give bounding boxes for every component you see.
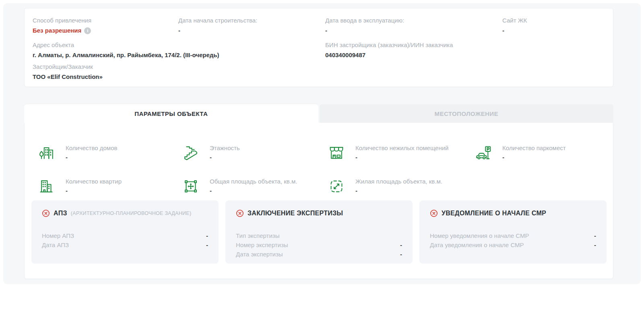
param-label: Количество квартир <box>66 178 122 186</box>
field-label: Сайт ЖК <box>502 17 527 25</box>
status-missing-icon <box>430 209 438 217</box>
doc-row-value: - <box>594 240 596 250</box>
doc-card-title: АПЗ <box>54 210 67 217</box>
attraction-method-value: Без разрешения <box>33 27 81 35</box>
param-value: - <box>355 154 448 161</box>
param-item-parking-count: Количество паркомест - <box>474 144 566 162</box>
param-label: Количество домов <box>66 144 117 152</box>
field-construction-start-date: Дата начала строительства: - <box>178 17 257 35</box>
doc-row-value: - <box>400 240 402 250</box>
doc-row: Номер экспертизы - <box>236 240 402 250</box>
info-icon[interactable]: i <box>84 27 91 34</box>
stairs-icon <box>182 144 200 162</box>
tab-label: МЕСТОПОЛОЖЕНИЕ <box>435 110 498 117</box>
doc-row: Номер АПЗ - <box>42 231 208 240</box>
doc-card-smr-notice: УВЕДОМЛЕНИЕ О НАЧАЛЕ СМР Номер уведомлен… <box>419 200 607 264</box>
tab-bar: ПАРАМЕТРЫ ОБЪЕКТА МЕСТОПОЛОЖЕНИЕ <box>24 104 613 123</box>
developer-info-card: Способ привлечения Без разрешения i Дата… <box>24 8 613 87</box>
param-value: - <box>210 187 297 194</box>
doc-card-title: УВЕДОМЛЕНИЕ О НАЧАЛЕ СМР <box>442 210 546 217</box>
param-item-living-area: Жилая площадь объекта, кв.м. - <box>327 177 442 196</box>
doc-row-label: Номер АПЗ <box>42 231 74 240</box>
field-developer-name: Застройщик/Заказчик ТОО «Elif Constructi… <box>33 63 103 81</box>
field-value: - <box>502 27 527 35</box>
field-attraction-method: Способ привлечения Без разрешения i <box>33 17 91 35</box>
field-label: Способ привлечения <box>33 17 91 25</box>
param-value: - <box>66 187 122 194</box>
doc-row-label: Номер уведомления о начале СМР <box>430 231 529 240</box>
parameters-panel: Количество домов - Этажность - <box>24 123 613 279</box>
doc-row-label: Дата экспертизы <box>236 250 283 259</box>
parking-icon <box>474 144 493 162</box>
tab-label: ПАРАМЕТРЫ ОБЪЕКТА <box>134 110 208 117</box>
field-label: Дата ввода в эксплуатацию: <box>325 17 404 25</box>
doc-row: Номер уведомления о начале СМР - <box>430 231 596 240</box>
doc-row: Дата АПЗ - <box>42 240 208 250</box>
tab-object-parameters[interactable]: ПАРАМЕТРЫ ОБЪЕКТА <box>24 104 318 123</box>
param-item-apartments-count: Количество квартир - <box>37 177 122 196</box>
doc-card-subtitle: (АРХИТЕКТУРНО-ПЛАНИРОВОЧНОЕ ЗАДАНИЕ) <box>71 211 192 216</box>
param-item-floors: Этажность - <box>182 144 240 162</box>
status-missing-icon <box>42 209 50 217</box>
field-object-address: Адрес объекта г. Алматы, р. Алмалинский,… <box>33 41 219 59</box>
doc-row-label: Тип экспертизы <box>236 231 279 240</box>
field-value: - <box>325 27 404 35</box>
param-value: - <box>210 154 240 161</box>
param-label: Этажность <box>210 144 240 152</box>
field-value: - <box>178 27 257 35</box>
doc-row-label: Дата уведомления о начале СМР <box>430 240 524 250</box>
param-label: Количество паркомест <box>502 144 566 152</box>
field-label: Дата начала строительства: <box>178 17 257 25</box>
param-item-nonresidential-count: Количество нежилых помещений - <box>327 144 448 162</box>
param-value: - <box>66 154 117 161</box>
field-developer-bin: БИН застройщика (заказчика)/ИИН заказчик… <box>325 41 453 59</box>
doc-card-title: ЗАКЛЮЧЕНИЕ ЭКСПЕРТИЗЫ <box>248 210 343 217</box>
doc-row: Дата экспертизы - <box>236 250 402 259</box>
param-item-houses-count: Количество домов - <box>37 144 117 162</box>
param-label: Общая площадь объекта, кв.м. <box>210 178 297 186</box>
document-cards-row: АПЗ (АРХИТЕКТУРНО-ПЛАНИРОВОЧНОЕ ЗАДАНИЕ)… <box>31 200 607 264</box>
area-icon <box>182 177 200 196</box>
doc-row-value: - <box>400 250 402 259</box>
field-commissioning-date: Дата ввода в эксплуатацию: - <box>325 17 404 35</box>
field-label: Застройщик/Заказчик <box>33 63 103 71</box>
field-value: 040340009487 <box>325 51 453 59</box>
param-label: Количество нежилых помещений <box>355 144 448 152</box>
doc-row-label: Дата АПЗ <box>42 240 69 250</box>
doc-row: Тип экспертизы <box>236 231 402 240</box>
doc-row-value: - <box>206 240 208 250</box>
doc-card-apz: АПЗ (АРХИТЕКТУРНО-ПЛАНИРОВОЧНОЕ ЗАДАНИЕ)… <box>31 200 219 264</box>
field-label: Адрес объекта <box>33 41 219 49</box>
object-tabs-section: ПАРАМЕТРЫ ОБЪЕКТА МЕСТОПОЛОЖЕНИЕ К <box>24 104 613 279</box>
living-area-icon <box>327 177 346 196</box>
param-label: Жилая площадь объекта, кв.м. <box>355 178 442 186</box>
doc-row-value: - <box>206 231 208 240</box>
doc-row-label: Номер экспертизы <box>236 240 288 250</box>
doc-row-value: - <box>594 231 596 240</box>
field-value: ТОО «Elif Construction» <box>33 73 103 81</box>
field-value: г. Алматы, р. Алмалинский, пр. Райымбека… <box>33 51 219 59</box>
param-value: - <box>355 187 442 194</box>
apartments-icon <box>37 177 56 196</box>
houses-icon <box>37 144 56 162</box>
storefront-icon <box>327 144 346 162</box>
status-missing-icon <box>236 209 244 217</box>
param-item-total-area: Общая площадь объекта, кв.м. - <box>182 177 297 196</box>
field-complex-site: Сайт ЖК - <box>502 17 527 35</box>
doc-card-expertise: ЗАКЛЮЧЕНИЕ ЭКСПЕРТИЗЫ Тип экспертизы Ном… <box>225 200 413 264</box>
doc-row: Дата уведомления о начале СМР - <box>430 240 596 250</box>
param-value: - <box>502 154 566 161</box>
tab-location[interactable]: МЕСТОПОЛОЖЕНИЕ <box>320 104 614 123</box>
field-label: БИН застройщика (заказчика)/ИИН заказчик… <box>325 41 453 49</box>
